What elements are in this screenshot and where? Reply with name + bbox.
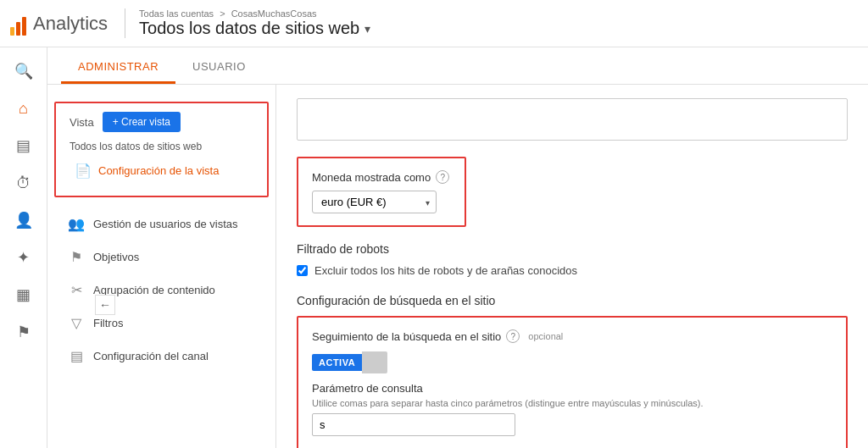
currency-help-icon[interactable]: ? — [436, 170, 449, 184]
main-layout: 🔍 ⌂ ▤ ⏱ 👤 ✦ ▦ ⚑ ADMINISTRAR USUARIO ← Vi… — [0, 47, 868, 448]
currency-select-wrapper: euro (EUR €) US Dollar (USD $) ▾ — [312, 191, 437, 213]
nav-item-users-label: Gestión de usuarios de vistas — [93, 218, 238, 230]
nav-item-objetivos[interactable]: ⚑ Objetivos — [47, 241, 275, 274]
currency-select[interactable]: euro (EUR €) US Dollar (USD $) — [312, 191, 437, 213]
config-vista-icon: 📄 — [75, 163, 92, 179]
param-input[interactable] — [312, 413, 515, 436]
toggle-inactive[interactable] — [362, 351, 387, 373]
param-section: Parámetro de consulta Utilice comas para… — [312, 382, 832, 436]
param-hint: Utilice comas para separar hasta cinco p… — [312, 398, 832, 408]
logo-bar-2 — [16, 22, 20, 36]
vista-label: Vista — [70, 116, 94, 129]
nav-item-users-icon: 👥 — [68, 216, 85, 232]
back-button[interactable]: ← — [95, 295, 115, 315]
config-vista-label: Configuración de la vista — [98, 164, 219, 177]
breadcrumb-sep: > — [220, 8, 225, 19]
tab-administrar[interactable]: ADMINISTRAR — [61, 52, 175, 84]
content-area: ADMINISTRAR USUARIO ← Vista + Crear vist… — [47, 47, 868, 448]
create-vista-button[interactable]: + Crear vista — [103, 112, 181, 132]
robots-section-label: Filtrado de robots — [297, 242, 848, 256]
nav-item-canal-icon: ▤ — [68, 348, 85, 364]
right-panel: Moneda mostrada como ? euro (EUR €) US D… — [276, 85, 868, 448]
left-panel: Vista + Crear vista Todos los datos de s… — [47, 85, 276, 448]
robots-section: Filtrado de robots Excluir todos los hit… — [297, 242, 848, 277]
page-title-dropdown[interactable]: ▾ — [364, 22, 370, 36]
icon-sidebar: 🔍 ⌂ ▤ ⏱ 👤 ✦ ▦ ⚑ — [0, 47, 47, 448]
nav-item-objetivos-icon: ⚑ — [68, 249, 85, 265]
app-name: Analytics — [33, 13, 108, 35]
vista-section: Vista + Crear vista Todos los datos de s… — [54, 102, 269, 197]
tracking-help-icon[interactable]: ? — [506, 329, 520, 343]
search-tracking-box: Seguimiento de la búsqueda en el sitio ?… — [297, 316, 848, 448]
sidebar-icon-reports[interactable]: ▤ — [7, 129, 41, 163]
breadcrumb: Todas las cuentas > CosasMuchasCosas — [139, 8, 370, 19]
sidebar-icon-grid[interactable]: ▦ — [7, 278, 41, 312]
nav-item-users[interactable]: 👥 Gestión de usuarios de vistas — [47, 207, 275, 241]
sidebar-icon-user[interactable]: 👤 — [7, 203, 41, 237]
toggle-active-label[interactable]: ACTIVA — [312, 354, 362, 371]
nav-item-filtros[interactable]: ▽ Filtros — [47, 307, 275, 340]
robots-checkbox-row: Excluir todos los hits de robots y de ar… — [297, 264, 848, 277]
description-textarea[interactable] — [297, 98, 848, 141]
nav-item-filtros-label: Filtros — [93, 317, 123, 329]
nav-item-objetivos-label: Objetivos — [93, 251, 139, 263]
sidebar-icon-clock[interactable]: ⏱ — [7, 166, 41, 200]
panels: ← Vista + Crear vista Todos los datos de… — [47, 85, 868, 448]
analytics-logo-icon — [10, 12, 26, 36]
logo-bar-3 — [22, 17, 26, 36]
vista-header: Vista + Crear vista — [70, 103, 253, 137]
robots-checkbox[interactable] — [297, 265, 308, 276]
sidebar-icon-home[interactable]: ⌂ — [7, 91, 41, 125]
sidebar-icon-flag[interactable]: ⚑ — [7, 315, 41, 349]
nav-item-canal-label: Configuración del canal — [93, 350, 209, 362]
nav-item-agrupacion-icon: ✂ — [68, 282, 85, 298]
sidebar-icon-search[interactable]: 🔍 — [7, 54, 41, 88]
currency-field-label: Moneda mostrada como ? — [312, 170, 451, 184]
currency-label-text: Moneda mostrada como — [312, 171, 431, 184]
tracking-label-text: Seguimiento de la búsqueda en el sitio — [312, 330, 501, 343]
robots-checkbox-label: Excluir todos los hits de robots y de ar… — [314, 264, 577, 277]
breadcrumb-part2: CosasMuchasCosas — [231, 8, 317, 19]
tracking-header: Seguimiento de la búsqueda en el sitio ?… — [312, 329, 832, 343]
nav-item-filtros-icon: ▽ — [68, 315, 85, 331]
tabs-bar: ADMINISTRAR USUARIO — [47, 47, 868, 85]
logo-area: Analytics — [10, 12, 108, 36]
optional-badge: opcional — [528, 331, 563, 341]
search-config-label: Configuración de búsqueda en el sitio — [297, 294, 848, 307]
search-config: Configuración de búsqueda en el sitio Se… — [297, 294, 848, 448]
page-title-row: Todos los datos de sitios web ▾ — [139, 19, 370, 38]
sidebar-icon-star[interactable]: ✦ — [7, 241, 41, 274]
param-label: Parámetro de consulta — [312, 382, 832, 395]
header-title-area: Todas las cuentas > CosasMuchasCosas Tod… — [125, 8, 370, 38]
nav-item-agrupacion[interactable]: ✂ Agrupación de contenido — [47, 274, 275, 307]
nav-item-canal[interactable]: ▤ Configuración del canal — [47, 340, 275, 373]
currency-box: Moneda mostrada como ? euro (EUR €) US D… — [297, 157, 466, 227]
tracking-label: Seguimiento de la búsqueda en el sitio ?… — [312, 329, 563, 343]
toggle-container: ACTIVA — [312, 351, 832, 373]
tab-usuario[interactable]: USUARIO — [175, 52, 263, 84]
page-title: Todos los datos de sitios web — [139, 19, 359, 38]
logo-bar-1 — [10, 27, 14, 36]
config-vista-item[interactable]: 📄 Configuración de la vista — [70, 156, 253, 185]
vista-name: Todos los datos de sitios web — [70, 137, 253, 156]
breadcrumb-part1: Todas las cuentas — [139, 8, 214, 19]
header: Analytics Todas las cuentas > CosasMucha… — [0, 0, 868, 47]
